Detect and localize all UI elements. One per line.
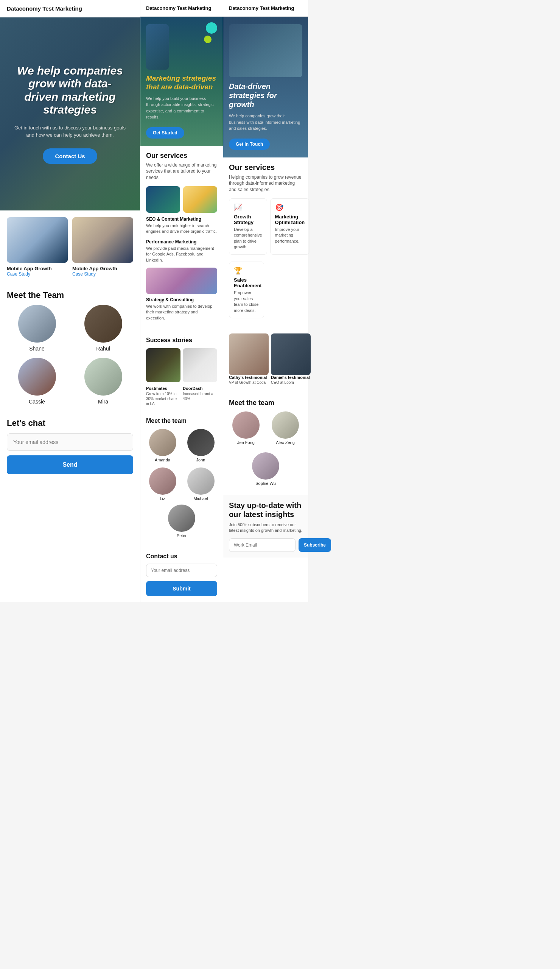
case-title-2: Mobile App Growth: [72, 266, 133, 271]
col2-team-title: Meet the team: [146, 418, 217, 424]
service-seo-desc: We help you rank higher in search engine…: [146, 223, 217, 235]
chat-email-input[interactable]: [7, 433, 133, 451]
avatar-alexzeng: [272, 411, 299, 439]
avatar-peter: [168, 504, 195, 532]
avatar-sophiewu: [252, 452, 279, 480]
name-liz: Liz: [160, 496, 165, 501]
service-card-growth: 📈 Growth Strategy Develop a comprehensiv…: [229, 198, 267, 255]
cathy-img: [229, 333, 269, 375]
team-alexzeng: Alex Zeng: [268, 411, 302, 445]
service-performance: Performance Marketing We provide paid me…: [146, 239, 217, 263]
col3-header: Dataconomy Test Marketing: [223, 0, 308, 17]
team-peter-row: Peter: [146, 501, 217, 542]
case-title-1: Mobile App Growth: [7, 266, 68, 271]
newsletter-email-input[interactable]: [229, 538, 296, 552]
col3-services-title: Our services: [229, 163, 302, 172]
col2-contact: Contact us Submit: [140, 547, 223, 602]
postmates-image: [146, 348, 181, 382]
col3-newsletter: Stay up-to-date with our latest insights…: [223, 495, 308, 558]
avatar-shane: [18, 305, 56, 343]
case-sub-1: Case Study: [7, 271, 68, 277]
col2-hero: Marketing strategies that are data-drive…: [140, 17, 223, 146]
service-card-marketing-opt: 🎯 Marketing Optimization Improve your ma…: [270, 198, 310, 255]
testimonial-cathy: Cathy's testimonial VP of Growth at Coda: [229, 333, 269, 385]
daniel-role: CEO at Loom: [271, 380, 311, 385]
chat-send-button[interactable]: Send: [7, 455, 133, 474]
avatar-liz: [149, 468, 176, 495]
team-peter: Peter: [168, 504, 195, 538]
doordash-info: DoorDash Increased brand a 40%: [183, 386, 217, 406]
service-sales-title: Sales Enablement: [234, 277, 259, 288]
name-cassie: Cassie: [29, 399, 45, 405]
name-rahul: Rahul: [96, 346, 110, 351]
cathy-role: VP of Growth at Coda: [229, 380, 269, 385]
service-growth-desc: Develop a comprehensive plan to drive gr…: [234, 227, 262, 250]
col3-team-title: Meet the team: [229, 399, 302, 407]
strategy-image: [146, 268, 217, 294]
col2-email-input[interactable]: [146, 564, 217, 577]
hero-col3-bg-img: [229, 24, 302, 77]
seo-image: [146, 186, 180, 213]
col1-hero-title: We help companies grow with data-driven …: [12, 64, 129, 117]
col2-get-started-button[interactable]: Get Started: [146, 127, 184, 138]
newsletter-title: Stay up-to-date with our latest insights: [229, 501, 302, 519]
service-performance-title: Performance Marketing: [146, 239, 217, 245]
service-seo-title: SEO & Content Marketing: [146, 216, 217, 222]
name-mira: Mira: [98, 399, 108, 405]
col3-services-subtitle: Helping companies to grow revenue throug…: [229, 174, 302, 193]
team-jenfong: Jen Fong: [229, 411, 263, 445]
name-sophiewu: Sophie Wu: [256, 481, 276, 486]
success-images: [146, 348, 217, 382]
col2-team-grid: Amanda John Liz Michael: [146, 429, 217, 501]
col3-hero-subtitle: We help companies grow their business wi…: [229, 113, 302, 132]
team-amanda: Amanda: [146, 429, 179, 462]
service-marketing-opt-title: Marketing Optimization: [275, 214, 305, 225]
col2-team: Meet the team Amanda John Liz Michael: [140, 412, 223, 547]
team-liz: Liz: [146, 468, 179, 501]
col1-team-title: Meet the Team: [0, 283, 140, 305]
col1-hero-subtitle: Get in touch with us to discuss your bus…: [12, 124, 129, 139]
service-images-row: [146, 186, 217, 213]
col1-team-grid: Shane Rahul Cassie Mira: [0, 305, 140, 411]
chat-title: Let's chat: [7, 418, 133, 428]
team-sophiewu: Sophie Wu: [252, 452, 279, 486]
service-card-sales: 🏆 Sales Enablement Empower your sales te…: [229, 261, 264, 318]
decor-circle-1: [206, 22, 217, 34]
name-peter: Peter: [177, 533, 186, 538]
name-shane: Shane: [29, 346, 44, 351]
col2-contact-title: Contact us: [146, 553, 217, 560]
service-growth-title: Growth Strategy: [234, 214, 262, 225]
avatar-michael: [187, 468, 214, 495]
sophiewu-row: Sophie Wu: [229, 448, 302, 489]
col2-hero-subtitle: We help you build your business through …: [146, 95, 217, 120]
team-member-shane: Shane: [7, 305, 67, 351]
avatar-cassie: [18, 358, 56, 396]
col2-header: Dataconomy Test Marketing: [140, 0, 223, 17]
team-member-rahul: Rahul: [73, 305, 133, 351]
case-img-1: [7, 217, 68, 263]
performance-image: [183, 186, 217, 213]
service-strategy-desc: We work with companies to develop their …: [146, 303, 217, 321]
name-jenfong: Jen Fong: [237, 440, 255, 445]
col3-services: Our services Helping companies to grow r…: [223, 158, 308, 328]
case-card-1[interactable]: Mobile App Growth Case Study: [7, 217, 68, 277]
col2-submit-button[interactable]: Submit: [146, 581, 217, 596]
daniel-name: Daniel's testimonial: [271, 375, 311, 380]
testimonial-daniel: Daniel's testimonial CEO at Loom: [271, 333, 311, 385]
col2-success-title: Success stories: [146, 337, 217, 344]
name-amanda: Amanda: [155, 458, 170, 462]
col3-get-in-touch-button[interactable]: Get in Touch: [229, 138, 270, 150]
avatar-mira: [85, 358, 122, 396]
team-john: John: [184, 429, 217, 462]
col3-testimonials: Cathy's testimonial VP of Growth at Coda…: [223, 328, 308, 393]
postmates-name: Postmates: [146, 386, 181, 391]
service-marketing-opt-desc: Improve your marketing performance.: [275, 227, 305, 244]
avatar-jenfong: [232, 411, 259, 439]
case-card-2[interactable]: Mobile App Growth Case Study: [72, 217, 133, 277]
subscribe-button[interactable]: Subscribe: [299, 538, 331, 552]
name-michael: Michael: [194, 496, 208, 501]
col1-contact-us-button[interactable]: Contact Us: [43, 148, 97, 164]
col2-services-subtitle: We offer a wide range of marketing servi…: [146, 162, 217, 181]
hero-figure: [146, 24, 169, 70]
doordash-image: [183, 348, 217, 382]
